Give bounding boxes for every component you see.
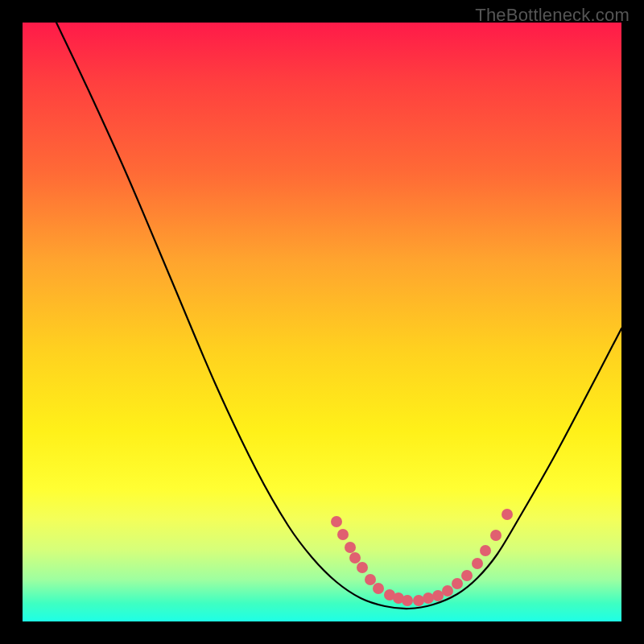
highlight-dot — [432, 590, 444, 601]
bottleneck-chart — [23, 23, 621, 621]
highlight-dot — [345, 542, 356, 553]
highlight-dot — [472, 558, 483, 569]
highlight-dot — [413, 595, 424, 606]
highlight-dot — [402, 595, 413, 606]
highlight-dot — [357, 562, 368, 573]
highlight-dot — [461, 570, 473, 581]
highlight-dot — [349, 552, 361, 564]
highlight-dot — [373, 583, 384, 594]
highlight-dot — [337, 529, 349, 540]
highlight-dot — [502, 509, 513, 520]
highlight-dots-group — [331, 509, 513, 606]
highlight-dot — [480, 545, 491, 556]
highlight-dot — [452, 578, 463, 589]
highlight-dot — [331, 516, 342, 527]
highlight-dot — [442, 585, 453, 597]
highlight-dot — [423, 592, 434, 604]
highlight-dot — [490, 530, 502, 541]
highlight-dot — [365, 574, 376, 585]
